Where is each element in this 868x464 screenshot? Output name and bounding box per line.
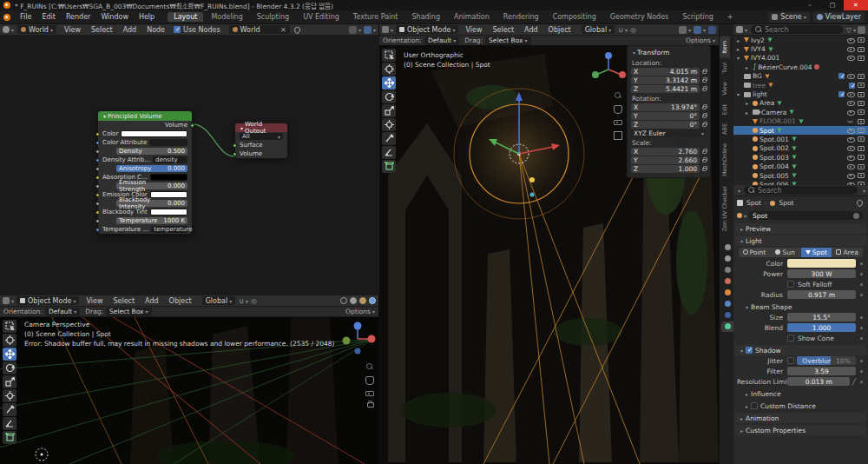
render-camera-icon[interactable]	[858, 164, 865, 169]
navigation-gizmo[interactable]	[589, 50, 628, 89]
workspace-tab-sculpting[interactable]: Sculpting	[251, 12, 295, 22]
input-socket[interactable]	[95, 210, 100, 215]
tool-rotate[interactable]	[3, 361, 16, 375]
navigation-gizmo[interactable]	[340, 320, 378, 355]
viewport-menu-object[interactable]: Object	[543, 26, 576, 34]
filter-field[interactable]: 3.59	[787, 367, 856, 375]
lock-icon[interactable]	[702, 70, 707, 74]
tool-transform[interactable]	[382, 118, 396, 131]
maximize-button[interactable]: □	[821, 0, 844, 10]
snap-icon[interactable]: ∪	[618, 26, 623, 34]
proportional-edit-icon[interactable]: ◎	[251, 297, 257, 305]
lock-icon[interactable]	[702, 88, 707, 91]
animate-dot[interactable]	[860, 316, 863, 319]
editor-type-icon[interactable]	[3, 26, 10, 33]
outliner-row-spot-001[interactable]: Spot.001	[733, 135, 868, 143]
properties-tab-output[interactable]	[721, 265, 734, 275]
outliner-row-floor-001[interactable]: FLOOR.001	[733, 117, 868, 126]
properties-options-icon[interactable]: ▾	[863, 188, 865, 194]
input-socket[interactable]	[95, 193, 100, 197]
snapping-icon[interactable]	[349, 26, 357, 34]
new-collection-icon[interactable]	[858, 26, 865, 34]
render-camera-icon[interactable]	[858, 56, 865, 61]
render-camera-icon[interactable]	[858, 74, 865, 79]
pin-icon[interactable]	[293, 25, 301, 34]
size-field[interactable]: 15.5°	[787, 313, 856, 321]
camera-view-icon[interactable]	[614, 120, 622, 125]
viewport-menu-select[interactable]: Select	[487, 26, 519, 34]
viewport-menu-view[interactable]: View	[81, 297, 108, 305]
transform-field-z[interactable]: Z5.4421 m	[631, 85, 707, 93]
hide-eye-icon[interactable]	[847, 163, 855, 169]
node-row[interactable]: Blackbody Intensity0.000	[98, 199, 192, 208]
tool-cursor[interactable]	[382, 63, 396, 76]
power-field[interactable]: 300 W	[787, 269, 856, 278]
light-type-point[interactable]: Point	[739, 248, 770, 257]
viewport-menu-add[interactable]: Add	[140, 297, 164, 305]
hide-eye-icon[interactable]	[847, 155, 855, 161]
shading-material-icon[interactable]	[359, 297, 366, 304]
jitter-checkbox[interactable]	[787, 357, 794, 364]
node-row[interactable]: Temperature ...temperature	[98, 225, 192, 234]
tool-annotate[interactable]	[3, 403, 16, 416]
outliner-row-spot[interactable]: Spot	[733, 126, 868, 135]
menu-edit[interactable]: Edit	[36, 13, 61, 21]
breadcrumb-object[interactable]: Spot	[746, 199, 761, 207]
tool-annotate[interactable]	[382, 132, 396, 145]
influence-panel-header[interactable]: ▸Influence	[740, 388, 866, 399]
custom-distance-checkbox[interactable]	[751, 402, 758, 409]
animate-dot[interactable]	[860, 273, 863, 275]
animate-dot[interactable]	[860, 262, 863, 265]
app-menu-icon[interactable]	[3, 14, 10, 21]
volume-input-socket[interactable]	[233, 152, 237, 156]
outliner-search[interactable]: Search	[751, 25, 843, 34]
render-camera-icon[interactable]	[858, 128, 865, 133]
lock-icon[interactable]	[702, 106, 707, 109]
volume-output-socket[interactable]	[190, 123, 194, 128]
scene-selector[interactable]: Scene▾	[768, 12, 809, 23]
menu-window[interactable]: Window	[95, 13, 134, 21]
overlays-toggle-icon[interactable]	[694, 26, 701, 34]
surface-input-socket[interactable]	[233, 143, 237, 148]
gizmos-toggle-icon[interactable]	[679, 26, 687, 34]
hide-eye-icon[interactable]	[847, 91, 855, 97]
hide-eye-icon[interactable]	[847, 136, 855, 143]
shader-menu-add[interactable]: Add	[118, 26, 142, 34]
shadow-panel-header[interactable]: ▾ Shadow	[735, 345, 866, 355]
filter-icon[interactable]: ▽	[846, 26, 852, 34]
transform-panel-title[interactable]: ▾Transform	[631, 48, 707, 57]
input-socket[interactable]	[95, 158, 100, 162]
mode-dropdown[interactable]: Object Mode▾	[396, 25, 458, 34]
shader-node-canvas[interactable]: ▾ Principled Volume Volume Color Color A…	[0, 36, 379, 295]
outliner-row-spot-002[interactable]: Spot.002	[733, 144, 868, 153]
animate-dot[interactable]	[860, 370, 863, 373]
transform-field-y[interactable]: Y0°	[631, 112, 707, 120]
transform-field-y[interactable]: Y3.3142 m	[631, 76, 707, 84]
custom-distance-panel-header[interactable]: ▸ Custom Distance	[740, 401, 866, 411]
outliner-row-bg[interactable]: BG	[733, 72, 868, 81]
tool-scale[interactable]	[382, 104, 396, 117]
animate-dot[interactable]	[860, 283, 863, 286]
outliner-row-spot-003[interactable]: Spot.003	[733, 153, 868, 162]
render-camera-icon[interactable]	[858, 47, 865, 52]
tool-orientation-dropdown[interactable]: Default▾	[45, 308, 80, 316]
principled-volume-node[interactable]: ▾ Principled Volume Volume Color Color A…	[97, 110, 193, 235]
orientation-dropdown[interactable]: Global▾	[582, 25, 615, 34]
light-type-sun[interactable]: Sun	[770, 248, 801, 257]
outliner-row-camera[interactable]: ▸ Camera	[733, 108, 868, 116]
node-row[interactable]: Temperature1000 K	[98, 216, 192, 225]
world-datablock-field[interactable]: World ✕	[229, 25, 290, 34]
mode-dropdown[interactable]: Object Mode▾	[16, 296, 79, 305]
soft-falloff-checkbox[interactable]	[787, 281, 794, 288]
shader-menu-node[interactable]: Node	[141, 26, 170, 34]
overblur-slider[interactable]: Overblur 10%	[797, 356, 856, 365]
workspace-tab-shading[interactable]: Shading	[405, 12, 446, 22]
properties-tab-scene[interactable]	[721, 276, 734, 287]
tool-measure[interactable]	[382, 146, 396, 159]
render-camera-icon[interactable]	[858, 37, 865, 43]
output-target-dropdown[interactable]: All▾	[235, 132, 287, 141]
lock-icon[interactable]	[702, 123, 707, 127]
options-dropdown[interactable]: Options▾	[345, 308, 375, 315]
tool-add-cube[interactable]	[382, 160, 396, 173]
outliner-row-area[interactable]: ▸ Area	[733, 99, 868, 108]
